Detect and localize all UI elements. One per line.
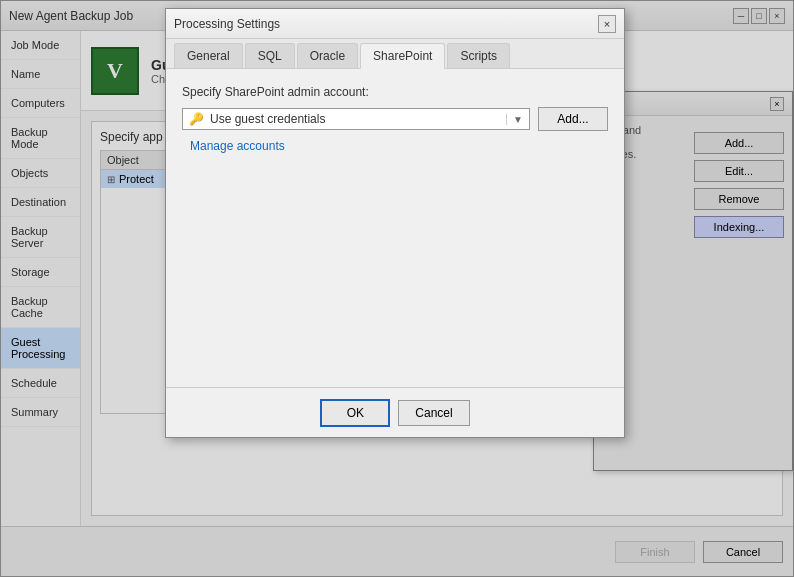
add-account-btn[interactable]: Add... — [538, 107, 608, 131]
dialog-cancel-btn[interactable]: Cancel — [398, 400, 469, 426]
dialog-titlebar: Processing Settings × — [166, 9, 624, 39]
credentials-select[interactable]: 🔑 Use guest credentials ▼ — [182, 108, 530, 130]
dropdown-arrow-icon: ▼ — [506, 114, 523, 125]
dialog-close-btn[interactable]: × — [598, 15, 616, 33]
select-text: Use guest credentials — [210, 112, 500, 126]
tab-bar: General SQL Oracle SharePoint Scripts — [166, 39, 624, 69]
tab-sql[interactable]: SQL — [245, 43, 295, 68]
tab-scripts[interactable]: Scripts — [447, 43, 510, 68]
tab-oracle[interactable]: Oracle — [297, 43, 358, 68]
tab-general[interactable]: General — [174, 43, 243, 68]
dialog-bottom: OK Cancel — [166, 387, 624, 437]
key-icon: 🔑 — [189, 112, 204, 126]
processing-settings-dialog: Processing Settings × General SQL Oracle… — [165, 8, 625, 438]
manage-accounts-link[interactable]: Manage accounts — [190, 139, 285, 153]
dialog-title: Processing Settings — [174, 17, 280, 31]
form-label: Specify SharePoint admin account: — [182, 85, 608, 99]
tab-sharepoint[interactable]: SharePoint — [360, 43, 445, 69]
dialog-ok-btn[interactable]: OK — [320, 399, 390, 427]
dialog-content: Specify SharePoint admin account: 🔑 Use … — [166, 69, 624, 417]
select-row: 🔑 Use guest credentials ▼ Add... — [182, 107, 608, 131]
